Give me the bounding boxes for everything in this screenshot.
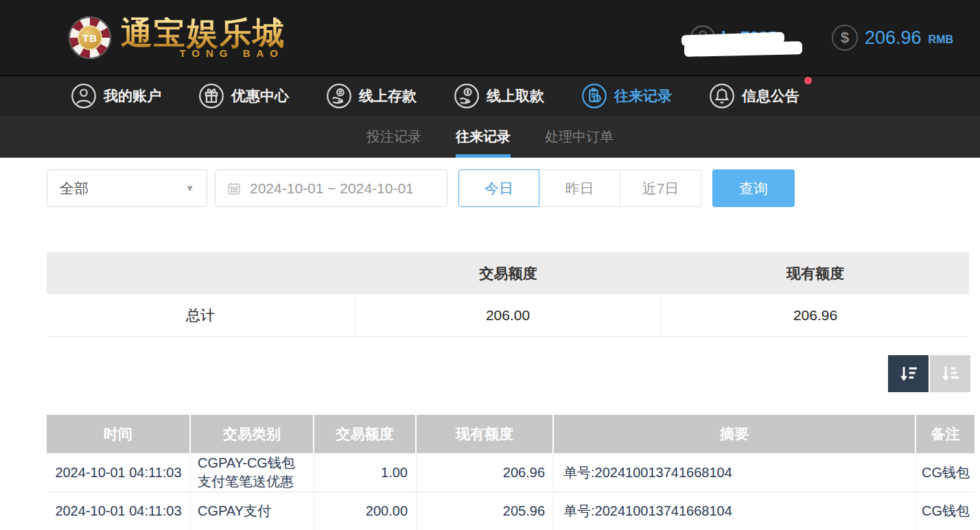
summary-transaction-amount: 206.00	[355, 294, 662, 336]
col-header-amount: 交易额度	[314, 415, 417, 453]
col-header-note: 备注	[916, 415, 975, 453]
sort-ascending-button[interactable]	[930, 355, 970, 392]
summary-current-amount: 206.96	[662, 294, 969, 336]
col-header-balance: 现有额度	[417, 415, 554, 453]
nav-online-withdraw[interactable]: 线上取款	[454, 83, 544, 109]
tab-betting-records[interactable]: 投注记录	[366, 116, 421, 158]
quick-button-label: 昨日	[565, 179, 594, 198]
redaction-stroke	[684, 41, 802, 57]
cell-note: CG钱包	[916, 492, 975, 530]
dollar-circle-icon: $	[832, 25, 858, 51]
cell-type: CGPAY-CG钱包支付笔笔送优惠	[191, 453, 314, 492]
date-range-value: 2024-10-01 ~ 2024-10-01	[250, 180, 414, 197]
transaction-records-page: TB 通宝娱乐城 TONG BAO hc7225 $ 206.96 RMB	[0, 0, 980, 530]
records-header-row: 时间 交易类别 交易额度 现有额度 摘要 备注	[47, 415, 975, 453]
cell-note: CG钱包	[916, 453, 975, 492]
cell-balance: 205.96	[417, 492, 554, 530]
nav-label: 线上存款	[359, 86, 417, 106]
select-value: 全部	[60, 179, 89, 198]
table-row: 2024-10-01 04:11:03 CGPAY支付 200.00 205.9…	[47, 492, 975, 530]
cell-time: 2024-10-01 04:11:03	[47, 453, 191, 492]
cell-type: CGPAY支付	[191, 492, 314, 530]
records-table: 时间 交易类别 交易额度 现有额度 摘要 备注 2024-10-01 04:11…	[47, 415, 975, 530]
site-title: 通宝娱乐城	[121, 17, 285, 49]
summary-total-label: 总计	[47, 294, 355, 336]
deposit-hand-coin-icon	[326, 83, 352, 109]
col-header-summary: 摘要	[554, 415, 916, 453]
subtab-label: 往来记录	[456, 128, 511, 146]
quick-button-label: 今日	[485, 179, 513, 198]
nav-label: 优惠中心	[231, 86, 289, 106]
user-account[interactable]: hc7225	[690, 25, 777, 51]
notification-dot	[804, 77, 812, 84]
main-navigation: 我的账户 优惠中心 线上存款	[0, 75, 980, 116]
account-user-icon	[71, 83, 97, 109]
summary-header-transaction: 交易额度	[355, 253, 662, 294]
nav-transaction-records[interactable]: 往来记录	[581, 83, 672, 109]
summary-total-row: 总计 206.00 206.96	[47, 294, 969, 337]
summary-header-row: 交易额度 现有额度	[47, 253, 969, 294]
sort-controls	[888, 355, 970, 392]
quick-button-label: 近7日	[642, 179, 679, 198]
yesterday-button[interactable]: 昨日	[539, 169, 620, 207]
sub-navigation: 投注记录 往来记录 处理中订单	[0, 116, 980, 158]
search-button[interactable]: 查询	[712, 169, 795, 207]
col-header-type: 交易类别	[191, 415, 314, 453]
sort-descending-button[interactable]	[888, 355, 929, 392]
nav-label: 线上取款	[487, 86, 544, 106]
summary-header-blank	[47, 253, 355, 294]
nav-online-deposit[interactable]: 线上存款	[326, 83, 417, 109]
cell-summary: 单号:202410013741668104	[554, 453, 916, 492]
subtab-label: 处理中订单	[545, 128, 614, 146]
cell-summary: 单号:202410013741668104	[554, 492, 916, 530]
nav-promotions[interactable]: 优惠中心	[198, 83, 289, 109]
site-logo[interactable]: TB 通宝娱乐城 TONG BAO	[69, 16, 285, 59]
summary-header-current: 现有额度	[662, 253, 969, 294]
date-range-input[interactable]: 2024-10-01 ~ 2024-10-01	[215, 169, 447, 207]
tab-transaction-records[interactable]: 往来记录	[456, 116, 511, 158]
logo-text: 通宝娱乐城 TONG BAO	[121, 17, 285, 59]
bell-icon	[709, 83, 735, 109]
sort-ascending-icon	[939, 362, 962, 385]
cell-amount: 200.00	[314, 492, 417, 530]
last-7-days-button[interactable]: 近7日	[620, 169, 701, 207]
balance-amount: 206.96	[865, 27, 922, 49]
quick-date-buttons: 今日 昨日 近7日	[458, 169, 701, 207]
chip-tb-monogram: TB	[78, 25, 102, 50]
gift-icon	[198, 83, 224, 109]
balance-currency: RMB	[929, 34, 953, 46]
today-button[interactable]: 今日	[458, 169, 539, 207]
site-subtitle: TONG BAO	[179, 47, 284, 59]
search-button-label: 查询	[739, 179, 768, 198]
poker-chip-logo-icon: TB	[69, 16, 111, 59]
cell-amount: 1.00	[314, 453, 417, 492]
chevron-down-icon: ▼	[185, 183, 194, 193]
nav-label: 往来记录	[614, 86, 672, 106]
nav-announcements[interactable]: 信息公告	[709, 83, 800, 109]
col-header-time: 时间	[47, 415, 191, 453]
nav-label: 信息公告	[742, 86, 800, 106]
calendar-icon	[226, 181, 242, 196]
balance-display[interactable]: $ 206.96 RMB	[832, 25, 953, 51]
transaction-type-select[interactable]: 全部 ▼	[47, 169, 207, 207]
cell-time: 2024-10-01 04:11:03	[47, 492, 191, 530]
top-header: TB 通宝娱乐城 TONG BAO hc7225 $ 206.96 RMB	[0, 0, 980, 75]
nav-my-account[interactable]: 我的账户	[71, 83, 161, 109]
nav-label: 我的账户	[104, 86, 161, 106]
withdraw-hand-coin-icon	[454, 83, 480, 109]
records-clipboard-icon	[581, 83, 607, 109]
sort-descending-icon	[897, 362, 920, 385]
cell-balance: 206.96	[417, 453, 554, 492]
summary-table: 交易额度 现有额度 总计 206.00 206.96	[47, 252, 969, 337]
table-row: 2024-10-01 04:11:03 CGPAY-CG钱包支付笔笔送优惠 1.…	[47, 453, 975, 492]
tab-pending-orders[interactable]: 处理中订单	[545, 116, 614, 158]
subtab-label: 投注记录	[366, 128, 421, 146]
